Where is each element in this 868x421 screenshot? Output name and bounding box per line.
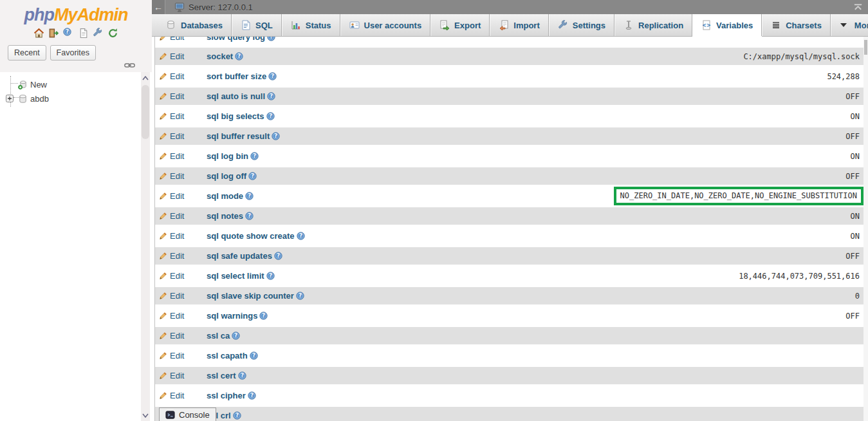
tab-status[interactable]: Status [282,14,340,36]
partial-row-clip: Editslow query log? [155,37,863,48]
variable-value: NO_ZERO_IN_DATE,NO_ZERO_DATE,NO_ENGINE_S… [614,191,860,201]
tab-databases[interactable]: Databases [158,14,232,36]
svg-text:?: ? [269,113,272,119]
edit-label: Edit [170,291,184,301]
variable-name-text: sql select limit [207,271,264,281]
svg-text:?: ? [269,272,272,279]
edit-label: Edit [170,271,184,281]
edit-link[interactable]: Edit [159,37,198,42]
tab-settings[interactable]: Settings [549,14,614,36]
edit-link[interactable]: Edit [159,191,198,201]
edit-link[interactable]: Edit [159,111,198,121]
variable-value: ON [851,152,860,161]
tab-import[interactable]: Import [490,14,548,36]
value-text: 18,446,744,073,709,551,616 [739,272,860,281]
refresh-icon[interactable] [107,28,118,39]
edit-label: Edit [170,231,184,241]
tab-export[interactable]: Export [430,14,490,36]
scroll-down-icon[interactable] [141,411,150,420]
logout-icon[interactable] [48,28,59,39]
edit-link[interactable]: Edit [159,231,198,241]
table-row: Editsort buffer size?524,288 [155,68,863,85]
edit-link[interactable]: Edit [159,171,198,181]
console-button[interactable]: Console [159,407,216,421]
main-scroll-thumb[interactable] [864,40,867,55]
svg-text:?: ? [66,28,69,35]
server-breadcrumb[interactable]: Server: 127.0.0.1 [174,2,253,12]
svg-text:?: ? [253,153,256,159]
table-row: Editsql slave skip counter?0 [155,287,863,304]
variable-name-text: sql big selects [207,111,264,121]
variable-name-text: ssl capath [207,351,248,360]
settings-icon[interactable] [93,28,104,39]
edit-label: Edit [170,311,184,321]
tree-item-new[interactable]: New [0,77,152,91]
variable-name-text: sql warnings [207,311,257,321]
svg-text:?: ? [274,133,277,139]
edit-link[interactable]: Edit [159,131,198,141]
edit-link[interactable]: Edit [159,271,198,281]
variable-name: sql auto is null? [207,91,275,101]
help-icon: ? [238,371,246,380]
help-icon: ? [267,92,275,100]
sidebar-icon-row: ? [0,28,152,39]
table-row: Editsql quote show create?ON [155,227,863,245]
favorites-button[interactable]: Favorites [50,45,96,61]
collapse-menu-icon[interactable] [853,3,863,11]
table-row: Editslow query log? [155,37,863,46]
variable-name: sql notes? [207,211,254,221]
edit-link[interactable]: Edit [159,371,198,380]
main-scrollbar[interactable] [863,37,868,421]
tab-replication[interactable]: Replication [614,14,692,36]
tab-sql[interactable]: SQL [232,14,282,36]
tab-variables[interactable]: <>Variables [692,14,762,36]
edit-link[interactable]: Edit [159,351,198,360]
tab-label: Replication [638,21,683,30]
edit-link[interactable]: Edit [159,211,198,221]
recent-button[interactable]: Recent [8,45,46,61]
variable-name: sql quote show create? [207,231,305,241]
help-icon[interactable]: ? [63,28,74,39]
tab-more[interactable]: More [831,14,868,36]
edit-link[interactable]: Edit [159,311,198,321]
variable-value: ON [851,212,860,221]
variable-name: ssl cert? [207,371,246,380]
variable-name-text: sql slave skip counter [207,291,294,301]
home-icon[interactable] [33,28,44,39]
sidebar-scroll-thumb[interactable] [142,85,149,139]
edit-link[interactable]: Edit [159,151,198,161]
db-tree: Newabdb [0,72,152,106]
help-icon: ? [235,52,243,61]
tab-user-accounts[interactable]: User accounts [340,14,431,36]
variables-icon: <> [701,20,712,30]
docs-icon[interactable] [78,28,89,39]
value-text: OFF [845,92,860,101]
variable-value: OFF [845,92,860,101]
help-icon: ? [248,172,257,180]
svg-text:?: ? [234,332,237,339]
scroll-up-icon[interactable] [141,73,150,82]
value-text: OFF [845,252,860,261]
edit-link[interactable]: Edit [159,331,198,341]
console-label: Console [179,410,210,420]
edit-link[interactable]: Edit [159,291,198,301]
table-row: Editsql warnings?OFF [155,307,863,324]
table-row: Editsql buffer result?OFF [155,127,863,145]
sidebar-scrollbar[interactable] [141,72,150,421]
expand-icon[interactable] [6,95,14,102]
edit-link[interactable]: Edit [159,51,198,61]
value-text: OFF [845,132,860,141]
edit-link[interactable]: Edit [159,251,198,261]
edit-link[interactable]: Edit [159,91,198,101]
value-text: 0 [855,292,860,301]
phpmyadmin-logo[interactable]: phpMyAdmin [0,0,152,25]
link-icon[interactable] [124,62,135,69]
edit-link[interactable]: Edit [159,71,198,81]
edit-label: Edit [170,131,184,141]
tree-item-abdb[interactable]: abdb [0,91,152,106]
tab-charsets[interactable]: Charsets [762,14,831,36]
svg-text:?: ? [248,212,251,219]
edit-link[interactable]: Edit [159,391,198,400]
collapse-sidebar-button[interactable]: ← [152,0,165,14]
tab-label: User accounts [364,21,422,30]
